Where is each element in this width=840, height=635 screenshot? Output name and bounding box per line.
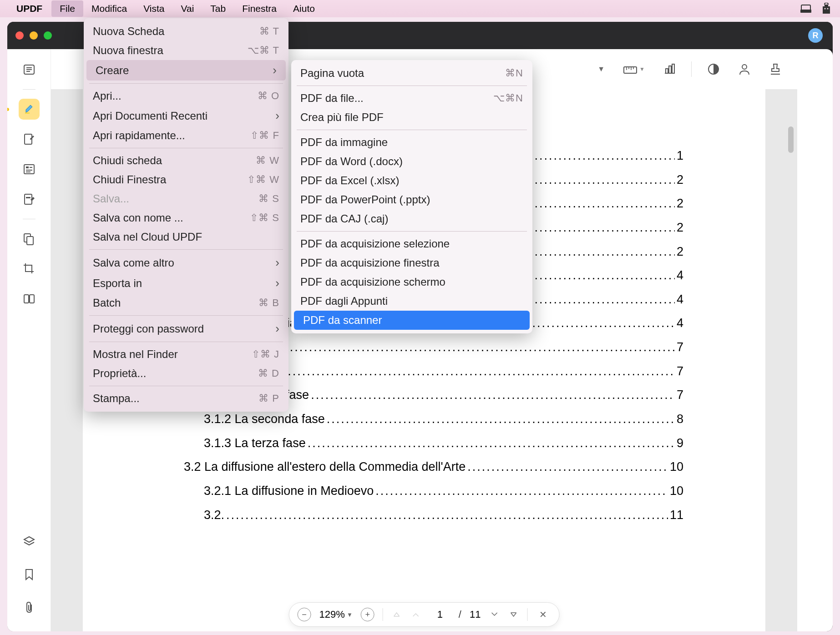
menu-item-label: Nuova finestra: [93, 44, 229, 57]
menu-go[interactable]: Vai: [173, 0, 202, 17]
menu-item[interactable]: Mostra nel Finder⇧⌘ J: [84, 345, 288, 364]
menu-item-label: Stampa...: [93, 392, 240, 405]
tool-highlight[interactable]: [19, 99, 40, 120]
submenu-item[interactable]: PDF da acquisizione selezione: [291, 234, 532, 253]
menu-tab[interactable]: Tab: [202, 0, 234, 17]
menu-item[interactable]: Salva come altro›: [84, 252, 288, 273]
submenu-item[interactable]: PDF dagli Appunti: [291, 292, 532, 311]
tool-layers[interactable]: [19, 531, 40, 552]
toolbar-chart[interactable]: [660, 60, 678, 78]
first-page-button[interactable]: [391, 609, 402, 620]
zoom-in-button[interactable]: +: [361, 608, 374, 621]
zoom-level[interactable]: 129%▼: [319, 609, 353, 620]
menu-item: Salva...⌘ S: [84, 189, 288, 208]
submenu-item[interactable]: PDF da Excel (.xlsx): [291, 171, 532, 190]
tool-redact[interactable]: [19, 189, 40, 210]
menu-item[interactable]: Chiudi Finestra⇧⌘ W: [84, 170, 288, 189]
tool-crop[interactable]: [19, 258, 40, 279]
toc-page: 2: [675, 240, 683, 264]
close-paging-button[interactable]: ✕: [536, 607, 551, 622]
last-page-button[interactable]: [508, 609, 519, 620]
submenu-item[interactable]: PDF da Word (.docx): [291, 152, 532, 171]
fullscreen-window-button[interactable]: [44, 31, 52, 40]
toolbar-stamp[interactable]: [766, 60, 784, 79]
submenu-item[interactable]: PDF da CAJ (.caj): [291, 209, 532, 228]
submenu-item-label: PDF da acquisizione schermo: [300, 276, 523, 288]
menu-item[interactable]: Salva con nome ...⇧⌘ S: [84, 208, 288, 227]
submenu-item-shortcut: ⌥⌘N: [493, 92, 523, 104]
submenu-item[interactable]: PDF da acquisizione schermo: [291, 272, 532, 292]
toolbar-display[interactable]: [704, 60, 723, 78]
menu-view[interactable]: Vista: [135, 0, 172, 17]
total-pages: 11: [470, 609, 481, 620]
menu-item[interactable]: Batch⌘ B: [84, 293, 288, 312]
submenu-item-label: PDF da acquisizione selezione: [300, 237, 523, 250]
paging-sep: [527, 608, 527, 621]
toolbar-person[interactable]: [735, 60, 754, 78]
chevron-right-icon: ›: [275, 256, 279, 270]
tool-bookmark[interactable]: [19, 564, 40, 585]
menu-item[interactable]: Apri Documenti Recenti›: [84, 106, 288, 126]
file-menu-dropdown: Nuova Scheda⌘ TNuova finestra⌥⌘ TCreare›…: [84, 18, 288, 412]
scrollbar-thumb[interactable]: [788, 126, 794, 153]
submenu-item[interactable]: Crea più file PDF: [291, 108, 532, 127]
zoom-out-button[interactable]: −: [298, 608, 311, 621]
menu-item[interactable]: Proprietà...⌘ D: [84, 364, 288, 383]
submenu-item[interactable]: PDF da acquisizione finestra: [291, 253, 532, 272]
submenu-item[interactable]: PDF da PowerPoint (.pptx): [291, 190, 532, 209]
menu-item[interactable]: Stampa...⌘ P: [84, 389, 288, 408]
menu-item-label: Batch: [93, 297, 240, 309]
tool-organize[interactable]: [19, 228, 40, 249]
toc-page: 10: [668, 455, 683, 479]
menu-item[interactable]: Nuova Scheda⌘ T: [84, 22, 288, 41]
tool-attachment[interactable]: [19, 597, 40, 618]
menu-item-label: Salva...: [93, 192, 240, 205]
svg-rect-0: [800, 10, 811, 13]
current-page-input[interactable]: [430, 609, 450, 620]
prev-page-button[interactable]: [410, 609, 421, 620]
toc-page: 7: [675, 383, 683, 407]
menu-item[interactable]: Apri rapidamente...⇧⌘ F: [84, 126, 288, 145]
menu-item-shortcut: ⌘ P: [258, 393, 279, 404]
tool-reader[interactable]: [19, 59, 40, 80]
submenu-item[interactable]: PDF da immagine: [291, 133, 532, 152]
menu-item-label: Salva come altro: [93, 257, 262, 269]
menu-item[interactable]: Chiudi scheda⌘ W: [84, 151, 288, 170]
tool-compare[interactable]: [19, 288, 40, 309]
menu-window[interactable]: Finestra: [234, 0, 285, 17]
menu-item[interactable]: Salva nel Cloud UPDF: [84, 227, 288, 247]
menubar-tray-icon-2[interactable]: [821, 3, 832, 15]
menu-item[interactable]: Esporta in›: [84, 273, 288, 293]
toc-page: 2: [675, 168, 683, 192]
toolbar-measure[interactable]: ▼: [620, 60, 648, 78]
submenu-item[interactable]: PDF da scanner: [294, 311, 530, 330]
submenu-item-label: Pagina vuota: [300, 67, 487, 80]
sidebar-divider: [23, 89, 35, 90]
menu-item[interactable]: Proteggi con password›: [84, 318, 288, 339]
next-page-button[interactable]: [489, 609, 500, 620]
menu-item-shortcut: ⌘ B: [258, 297, 279, 309]
svg-rect-28: [672, 64, 674, 73]
toolbar-dropdown[interactable]: ▼: [595, 62, 607, 76]
menu-separator: [89, 386, 283, 386]
tool-form[interactable]: [19, 159, 40, 180]
menu-file[interactable]: File: [51, 0, 83, 17]
menu-item-shortcut: ⌘ T: [259, 25, 279, 37]
submenu-item[interactable]: PDF da file...⌥⌘N: [291, 89, 532, 108]
menubar-tray-icon-1[interactable]: [800, 4, 812, 13]
user-avatar[interactable]: R: [808, 28, 823, 43]
menu-edit[interactable]: Modifica: [83, 0, 135, 17]
close-window-button[interactable]: [15, 31, 24, 40]
toc-page: 11: [668, 503, 683, 527]
app-name[interactable]: UPDF: [16, 3, 42, 14]
menu-item[interactable]: Nuova finestra⌥⌘ T: [84, 41, 288, 60]
menu-help[interactable]: Aiuto: [285, 0, 323, 17]
menu-item[interactable]: Creare›: [86, 60, 286, 81]
minimize-window-button[interactable]: [30, 31, 38, 40]
toc-page: 4: [675, 263, 683, 287]
menu-item[interactable]: Apri...⌘ O: [84, 86, 288, 106]
submenu-item[interactable]: Pagina vuota⌘N: [291, 64, 532, 83]
menu-item-label: Proprietà...: [93, 367, 240, 380]
tool-edit[interactable]: [19, 129, 40, 150]
toc-page: 8: [675, 407, 683, 431]
